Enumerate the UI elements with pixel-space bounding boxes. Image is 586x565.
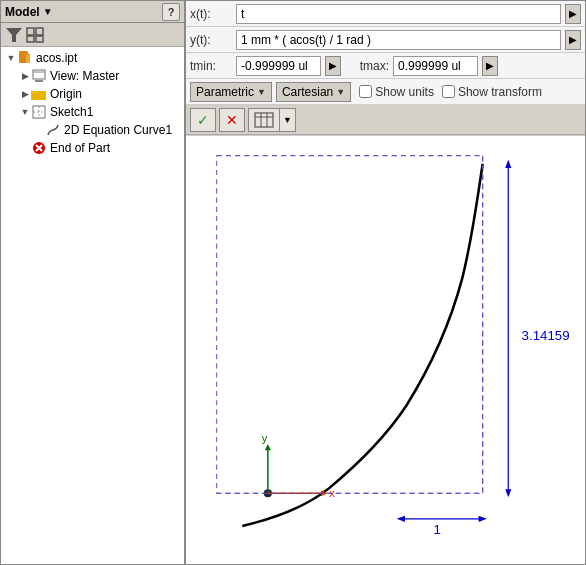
tmin-input[interactable] [236,56,321,76]
expand-icon-sketch[interactable]: ▼ [19,106,31,118]
tminmax-row: tmin: ▶ tmax: ▶ [186,53,585,79]
svg-rect-13 [31,93,37,94]
tree-label-view: View: Master [50,69,119,83]
svg-marker-27 [505,489,511,497]
tree-label-sketch: Sketch1 [50,105,93,119]
table-icon [254,112,274,128]
svg-marker-30 [397,516,405,522]
cartesian-dropdown[interactable]: Cartesian ▼ [276,82,351,102]
show-transform-label: Show transform [458,85,542,99]
svg-marker-0 [6,28,22,42]
panel-toolbar [1,23,184,47]
table-button-main[interactable] [249,109,280,131]
file-icon [17,50,33,66]
cancel-icon: ✕ [226,112,238,128]
tree-item-view[interactable]: ▶ View: Master [17,67,182,85]
tmax-label: tmax: [345,59,389,73]
svg-rect-8 [33,70,45,79]
show-units-label: Show units [375,85,434,99]
canvas-area: 3.14159 1 x y [186,135,585,564]
yt-input[interactable] [236,30,561,50]
endpart-icon [31,140,47,156]
svg-rect-1 [27,28,34,35]
canvas-svg: 3.14159 1 x y [186,136,585,564]
action-row: ✓ ✕ ▼ [186,105,585,135]
folder-icon [31,86,47,102]
show-transform-checkbox-group[interactable]: Show transform [442,85,542,99]
table-button-arrow[interactable]: ▼ [280,109,295,131]
tree-label-root: acos.ipt [36,51,77,65]
svg-rect-3 [27,36,34,42]
xt-label: x(t): [190,7,232,21]
cartesian-label: Cartesian [282,85,333,99]
show-units-checkbox[interactable] [359,85,372,98]
tree-item-endpart[interactable]: ▶ End of Part [17,139,182,157]
yt-label: y(t): [190,33,232,47]
ok-icon: ✓ [197,112,209,128]
options-row: Parametric ▼ Cartesian ▼ Show units Show… [186,79,585,105]
svg-rect-4 [36,36,43,42]
svg-text:y: y [262,432,268,444]
tree-label-endpart: End of Part [50,141,110,155]
panel-header: Model ▼ ? [1,1,184,23]
tree-label-curve: 2D Equation Curve1 [64,123,172,137]
tree-area: ▼ acos.ipt ▶ [1,47,184,564]
tree-item-root[interactable]: ▼ acos.ipt [3,49,182,67]
cancel-button[interactable]: ✕ [219,108,245,132]
yt-arrow-button[interactable]: ▶ [565,30,581,50]
yt-row: y(t): ▶ [186,27,585,53]
svg-rect-2 [36,28,43,35]
expand-icon-root[interactable]: ▼ [5,52,17,64]
xt-row: x(t): ▶ [186,1,585,27]
parametric-label: Parametric [196,85,254,99]
left-panel: Model ▼ ? ▼ [1,1,186,564]
show-units-checkbox-group[interactable]: Show units [359,85,434,99]
svg-rect-20 [255,113,273,127]
tree-item-sketch[interactable]: ▼ Sketch1 [17,103,182,121]
tmax-arrow-button[interactable]: ▶ [482,56,498,76]
table-button-split: ▼ [248,108,296,132]
svg-rect-10 [35,80,43,82]
panel-title-text: Model [5,5,40,19]
expand-icon-origin[interactable]: ▶ [19,88,31,100]
svg-text:3.14159: 3.14159 [522,328,570,343]
tmax-input[interactable] [393,56,478,76]
ok-button[interactable]: ✓ [190,108,216,132]
sketch-icon [31,104,47,120]
svg-marker-38 [265,444,271,450]
help-button[interactable]: ? [162,3,180,21]
filter-icon[interactable] [5,26,23,44]
parts-icon[interactable] [26,26,44,44]
svg-marker-26 [505,160,511,168]
panel-title: Model ▼ [5,5,53,19]
curve-icon [45,122,61,138]
tmin-label: tmin: [190,59,232,73]
panel-title-arrow[interactable]: ▼ [43,6,53,17]
xt-input[interactable] [236,4,561,24]
xt-arrow-button[interactable]: ▶ [565,4,581,24]
right-panel: x(t): ▶ y(t): ▶ tmin: ▶ tmax: ▶ Parametr… [186,1,585,564]
tree-item-origin[interactable]: ▶ Origin [17,85,182,103]
parametric-dropdown-arrow: ▼ [257,87,266,97]
svg-text:1: 1 [434,522,441,537]
tmin-arrow-button[interactable]: ▶ [325,56,341,76]
cartesian-dropdown-arrow: ▼ [336,87,345,97]
tree-label-origin: Origin [50,87,82,101]
show-transform-checkbox[interactable] [442,85,455,98]
svg-rect-24 [217,156,483,494]
expand-icon-view[interactable]: ▶ [19,70,31,82]
svg-marker-31 [479,516,487,522]
parametric-dropdown[interactable]: Parametric ▼ [190,82,272,102]
tree-item-curve[interactable]: ▶ 2D Equation Curve1 [31,121,182,139]
view-icon [31,68,47,84]
